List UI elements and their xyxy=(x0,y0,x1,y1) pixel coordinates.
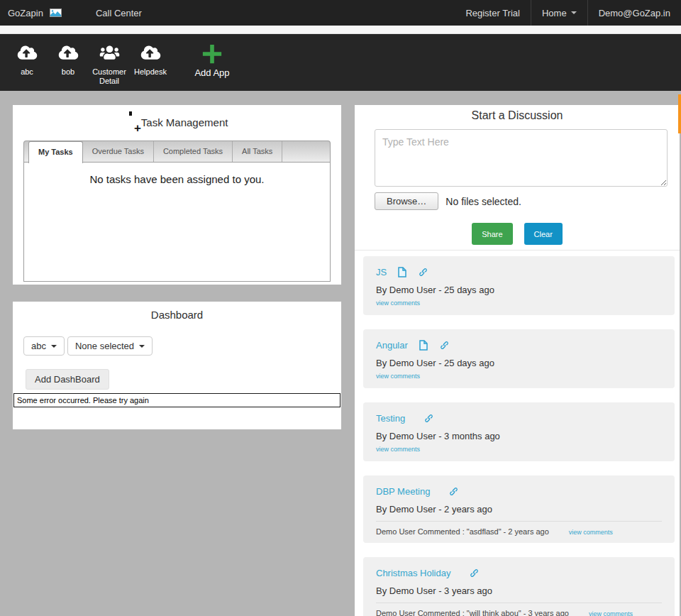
dashboard-controls: abc None selected xyxy=(23,336,341,356)
discussion-post: DBP Meeting By Demo User - 2 years ago D… xyxy=(363,475,675,543)
users-icon xyxy=(99,43,120,62)
post-comment-row: Demo User Commented : "asdflasd" - 2 yea… xyxy=(376,527,662,536)
share-button[interactable]: Share xyxy=(472,223,512,245)
post-comment: Demo User Commented : "will think abou" … xyxy=(376,609,569,616)
nav-user-account[interactable]: Demo@GoZap.in xyxy=(587,0,681,26)
post-title-link[interactable]: JS xyxy=(376,267,387,277)
attachment-link-icon[interactable] xyxy=(439,340,450,351)
post-title-link[interactable]: Christmas Holiday xyxy=(376,568,450,578)
post-comment-row: Demo User Commented : "will think abou" … xyxy=(376,609,662,616)
post-title-row: Christmas Holiday xyxy=(376,568,662,578)
tab-all-tasks[interactable]: All Tasks xyxy=(233,141,282,162)
app-label: Customer Detail xyxy=(89,67,130,86)
post-byline: By Demo User - 25 days ago xyxy=(376,285,662,295)
post-title-link[interactable]: Angular xyxy=(376,340,408,351)
post-title-row: Testing xyxy=(376,413,662,424)
discussion-list: JS By Demo User - 25 days ago view comme… xyxy=(355,251,680,616)
view-comments-link[interactable]: view comments xyxy=(569,529,613,536)
post-title-row: DBP Meeting xyxy=(376,486,662,497)
widget-select-dropdown[interactable]: None selected xyxy=(67,336,153,356)
attachment-link-icon[interactable] xyxy=(423,413,434,424)
browse-file-button[interactable]: Browse… xyxy=(375,192,438,210)
discussion-post: Christmas Holiday By Demo User - 3 years… xyxy=(363,557,675,616)
discussion-actions: Share Clear xyxy=(355,223,680,245)
broken-image-icon xyxy=(50,9,62,17)
post-title-row: JS xyxy=(376,267,662,277)
dashboard-panel: Dashboard abc None selected Add DashBoar… xyxy=(13,302,341,429)
post-byline: By Demo User - 25 days ago xyxy=(376,358,662,368)
app-label: abc xyxy=(21,67,33,77)
navbar-right: Register Trial Home Demo@GoZap.in xyxy=(455,0,681,26)
chevron-down-icon xyxy=(571,11,577,14)
post-byline: By Demo User - 3 years ago xyxy=(376,585,662,596)
view-comments-link[interactable]: view comments xyxy=(589,610,633,616)
nav-home-label: Home xyxy=(542,8,567,18)
attachment-link-icon[interactable] xyxy=(418,267,428,277)
task-panel-title: Task Management xyxy=(141,116,228,128)
nav-register-trial[interactable]: Register Trial xyxy=(455,0,531,26)
discussion-post: Testing By Demo User - 3 months ago view… xyxy=(363,402,675,461)
attachment-file-icon[interactable] xyxy=(419,340,428,351)
calendar-add-icon: 31 + xyxy=(126,114,135,130)
discussion-title: Start a Discussion xyxy=(355,105,680,122)
view-comments-link[interactable]: view comments xyxy=(376,446,420,453)
task-management-panel: 31 + Task Management My Tasks Overdue Ta… xyxy=(13,105,341,285)
post-comment: Demo User Commented : "asdflasd" - 2 yea… xyxy=(376,527,549,536)
attachment-link-icon[interactable] xyxy=(469,568,480,578)
task-tabs-widget: My Tasks Overdue Tasks Completed Tasks A… xyxy=(23,141,331,282)
navbar-left: GoZapin Call Center xyxy=(0,0,142,26)
app-tile-customer-detail[interactable]: Customer Detail xyxy=(89,43,130,86)
view-comments-link[interactable]: view comments xyxy=(376,373,420,380)
chevron-down-icon xyxy=(139,345,145,348)
tab-my-tasks[interactable]: My Tasks xyxy=(28,141,83,163)
subnav-strip xyxy=(0,26,681,34)
side-feedback-tab[interactable] xyxy=(678,94,681,133)
post-byline: By Demo User - 2 years ago xyxy=(376,504,662,515)
no-file-selected-label: No files selected. xyxy=(445,196,521,207)
top-navbar: GoZapin Call Center Register Trial Home … xyxy=(0,0,681,26)
app-label: Helpdesk xyxy=(134,67,167,77)
add-app-button[interactable]: Add App xyxy=(184,43,240,77)
discussion-text-input[interactable] xyxy=(375,129,668,187)
task-panel-header: 31 + Task Management xyxy=(13,105,341,130)
discussion-post: JS By Demo User - 25 days ago view comme… xyxy=(363,256,675,315)
discussion-post: Angular By Demo User - 25 days ago view … xyxy=(363,329,675,388)
app-select-value: abc xyxy=(31,341,46,351)
app-tile-bob[interactable]: bob xyxy=(48,43,89,77)
widget-select-value: None selected xyxy=(75,341,134,351)
current-app-title: Call Center xyxy=(96,8,142,18)
no-tasks-message: No tasks have been assigned to you. xyxy=(24,163,330,185)
add-dashboard-button[interactable]: Add DashBoard xyxy=(26,369,109,390)
app-select-dropdown[interactable]: abc xyxy=(23,336,65,356)
app-tile-helpdesk[interactable]: Helpdesk xyxy=(130,43,171,77)
view-comments-link[interactable]: view comments xyxy=(376,299,420,307)
brand-logo-text[interactable]: GoZapin xyxy=(0,8,43,18)
cloud-upload-icon xyxy=(140,43,161,62)
dashboard-title: Dashboard xyxy=(13,302,341,321)
cloud-upload-icon xyxy=(17,43,38,62)
post-byline: By Demo User - 3 months ago xyxy=(376,431,662,441)
post-divider xyxy=(376,521,662,522)
add-app-label: Add App xyxy=(194,68,229,77)
attachment-link-icon[interactable] xyxy=(448,486,459,497)
post-title-link[interactable]: Testing xyxy=(376,413,405,424)
dashboard-error-message: Some error occurred. Please try again xyxy=(13,393,340,407)
app-tile-abc[interactable]: abc xyxy=(6,43,48,77)
post-title-row: Angular xyxy=(376,340,662,351)
plus-icon xyxy=(201,43,223,65)
task-tab-strip: My Tasks Overdue Tasks Completed Tasks A… xyxy=(23,141,331,162)
tab-completed-tasks[interactable]: Completed Tasks xyxy=(154,141,233,162)
clear-button[interactable]: Clear xyxy=(524,223,563,245)
file-attach-row: Browse… No files selected. xyxy=(375,192,680,210)
app-label: bob xyxy=(62,67,74,77)
app-toolbar: abc bob Customer Detail Helpdesk Add App xyxy=(0,34,681,91)
tab-overdue-tasks[interactable]: Overdue Tasks xyxy=(83,141,154,162)
chevron-down-icon xyxy=(51,345,57,348)
task-tab-content: No tasks have been assigned to you. xyxy=(23,162,331,282)
attachment-file-icon[interactable] xyxy=(398,267,406,277)
nav-home-dropdown[interactable]: Home xyxy=(531,0,587,26)
post-divider xyxy=(376,603,662,603)
cloud-upload-icon xyxy=(58,43,79,62)
post-title-link[interactable]: DBP Meeting xyxy=(376,486,430,497)
discussion-panel: Start a Discussion Browse… No files sele… xyxy=(355,105,680,616)
